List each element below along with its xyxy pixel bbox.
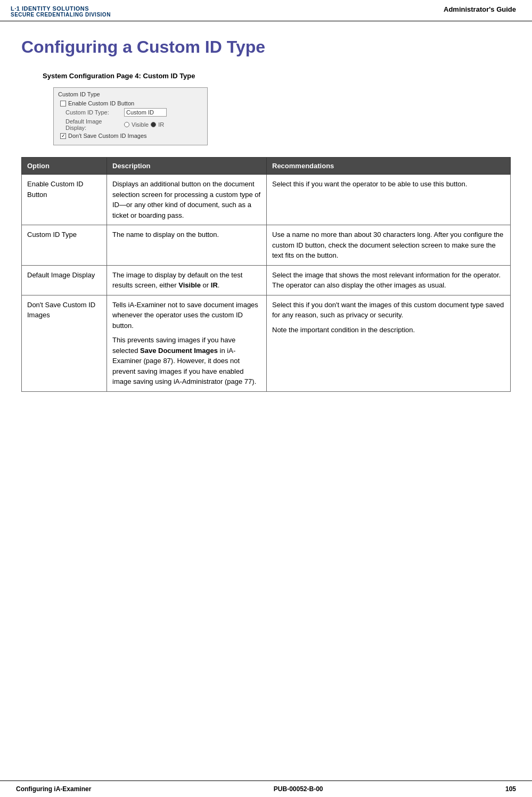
section-subtitle: System Configuration Page 4: Custom ID T… bbox=[43, 72, 511, 80]
footer-center: PUB-00052-B-00 bbox=[274, 785, 323, 793]
mockup-radio-visible-label: Visible bbox=[132, 121, 149, 128]
cell-rec-2: Use a name no more than about 30 charact… bbox=[267, 225, 511, 266]
config-table: Option Description Recommendations Enabl… bbox=[21, 157, 511, 392]
logo-line2: SECURE CREDENTIALING DIVISION bbox=[11, 12, 111, 18]
cell-rec-1: Select this if you want the operator to … bbox=[267, 175, 511, 225]
mockup-radio-ir-label: IR bbox=[158, 121, 164, 128]
col-header-option: Option bbox=[22, 158, 107, 175]
cell-desc-4-p1: Tells iA-Examiner not to save document i… bbox=[112, 300, 261, 331]
cell-desc-3: The image to display by default on the t… bbox=[107, 265, 267, 295]
mockup-checkbox1-label: Enable Custom ID Button bbox=[68, 100, 134, 106]
mockup-row-checkbox2: ✓ Don't Save Custom ID Images bbox=[58, 133, 203, 139]
mockup-field1-input: Custom ID bbox=[124, 108, 167, 117]
mockup-radio-visible bbox=[124, 122, 129, 127]
mockup-checkbox1 bbox=[60, 101, 66, 106]
cell-desc-3-bold1: Visible bbox=[178, 281, 201, 289]
cell-desc-4: Tells iA-Examiner not to save document i… bbox=[107, 295, 267, 391]
mockup-checkbox2: ✓ bbox=[60, 133, 66, 139]
page-footer: Configuring iA-Examiner PUB-00052-B-00 1… bbox=[0, 780, 532, 797]
table-row: Don't Save Custom ID Images Tells iA-Exa… bbox=[22, 295, 511, 391]
table-header-row: Option Description Recommendations bbox=[22, 158, 511, 175]
page-header: L·1 IDENTITY SOLUTIONS SECURE CREDENTIAL… bbox=[0, 0, 532, 21]
cell-rec-4-p1: Select this if you don't want the images… bbox=[272, 300, 505, 321]
mockup-title: Custom ID Type bbox=[58, 91, 203, 97]
cell-desc-3-end: . bbox=[218, 281, 220, 289]
mockup-field2-row: Default Image Display: Visible IR bbox=[58, 118, 203, 131]
cell-rec-4: Select this if you don't want the images… bbox=[267, 295, 511, 391]
cell-option-3: Default Image Display bbox=[22, 265, 107, 295]
cell-desc-3-plain: The image to display by default on the t… bbox=[112, 271, 242, 290]
cell-option-1: Enable Custom ID Button bbox=[22, 175, 107, 225]
cell-desc-4-p2: This prevents saving images if you have … bbox=[112, 335, 261, 387]
logo-line1: L·1 IDENTITY SOLUTIONS bbox=[11, 5, 111, 12]
cell-option-4: Don't Save Custom ID Images bbox=[22, 295, 107, 391]
mockup-row-checkbox1: Enable Custom ID Button bbox=[58, 100, 203, 106]
cell-desc-1: Displays an additional button on the doc… bbox=[107, 175, 267, 225]
header-title: Administrator's Guide bbox=[444, 5, 516, 13]
table-row: Default Image Display The image to displ… bbox=[22, 265, 511, 295]
mockup-field1-row: Custom ID Type: Custom ID bbox=[58, 108, 203, 117]
mockup-field2-label: Default Image Display: bbox=[66, 118, 124, 131]
mockup-checkbox2-label: Don't Save Custom ID Images bbox=[68, 133, 147, 139]
cell-desc-2: The name to display on the button. bbox=[107, 225, 267, 266]
mockup-radio-ir bbox=[151, 122, 156, 127]
page-title: Configuring a Custom ID Type bbox=[21, 37, 511, 57]
mockup-radio-group: Visible IR bbox=[124, 121, 164, 128]
footer-left: Configuring iA-Examiner bbox=[16, 785, 91, 793]
cell-desc-3-bold2: IR bbox=[211, 281, 218, 289]
cell-rec-3: Select the image that shows the most rel… bbox=[267, 265, 511, 295]
footer-right: 105 bbox=[505, 785, 516, 793]
table-row: Enable Custom ID Button Displays an addi… bbox=[22, 175, 511, 225]
save-doc-images-bold: Save Document Images bbox=[140, 347, 218, 355]
main-content: Configuring a Custom ID Type System Conf… bbox=[0, 21, 532, 402]
cell-desc-3-mid: or bbox=[201, 281, 211, 289]
ui-mockup: Custom ID Type Enable Custom ID Button C… bbox=[53, 87, 208, 145]
mockup-field1-label: Custom ID Type: bbox=[66, 109, 124, 116]
cell-rec-4-p2: Note the important condition in the desc… bbox=[272, 325, 505, 335]
cell-option-2: Custom ID Type bbox=[22, 225, 107, 266]
logo-block: L·1 IDENTITY SOLUTIONS SECURE CREDENTIAL… bbox=[11, 5, 111, 18]
table-row: Custom ID Type The name to display on th… bbox=[22, 225, 511, 266]
col-header-recommendations: Recommendations bbox=[267, 158, 511, 175]
col-header-description: Description bbox=[107, 158, 267, 175]
